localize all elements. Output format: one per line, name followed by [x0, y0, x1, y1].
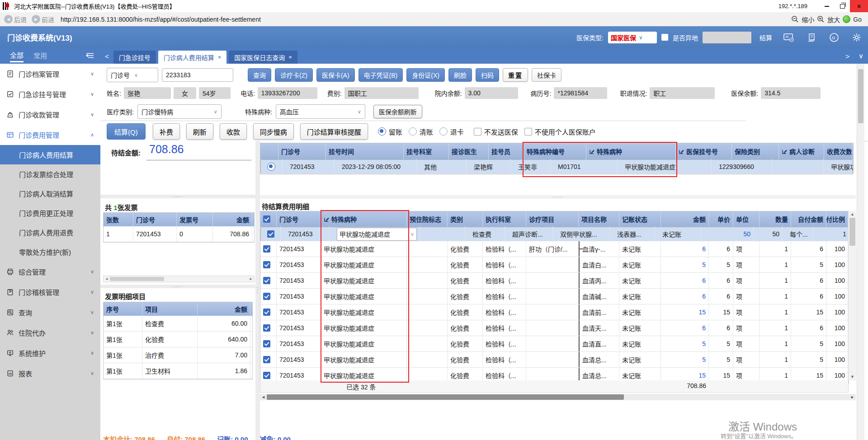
- table-row[interactable]: 7201453甲状腺功能减退症化验费检验科（...血清前...未记账1515项1…: [260, 304, 849, 320]
- column-header[interactable]: [260, 211, 277, 227]
- table-row[interactable]: 7201453甲状腺功能减退症∨检查费超声诊断...双侧甲状腺...浅表器...…: [260, 227, 849, 241]
- radio-icon[interactable]: [439, 127, 448, 136]
- column-header[interactable]: 项目: [142, 302, 198, 316]
- table-row[interactable]: 第1张检查费60.00: [104, 316, 252, 332]
- forward-button[interactable]: 前进: [42, 15, 54, 24]
- table-row[interactable]: 7201453甲状腺功能减退症化验费检验科（...血清天...未记账66项161…: [260, 320, 849, 336]
- column-header[interactable]: 病人诊断: [779, 143, 824, 159]
- checkbox-option-不使用个人医保账户[interactable]: 不使用个人医保账户: [524, 127, 596, 136]
- scrollbar-thumb[interactable]: [267, 394, 624, 400]
- sidebar-subitem[interactable]: 零散处方维护(新): [0, 242, 100, 262]
- table-row[interactable]: 7201453甲状腺功能减退症化验费检验科（...血清碱...未记账66项161…: [260, 289, 849, 304]
- row-checkbox[interactable]: [267, 230, 274, 238]
- row-radio[interactable]: [267, 163, 275, 171]
- row-checkbox[interactable]: [263, 277, 270, 284]
- column-header[interactable]: 诊疗项目: [526, 211, 579, 227]
- go-status-icon[interactable]: [843, 15, 850, 23]
- scroll-left-icon[interactable]: ◄: [104, 277, 110, 281]
- sidebar-item-7[interactable]: 查询∨: [0, 302, 100, 323]
- table-row[interactable]: 7201453甲状腺功能减退症化验费检验科（...血清白...未记账55项151…: [260, 257, 849, 273]
- column-header[interactable]: 自付比例: [826, 211, 848, 227]
- minimize-button[interactable]: [819, 0, 835, 12]
- scrollbar-thumb[interactable]: [858, 69, 863, 123]
- column-header[interactable]: 特殊病种编号: [524, 143, 586, 159]
- column-header[interactable]: 医保挂号号: [676, 143, 732, 159]
- table-row[interactable]: 72014532023-12-29 08:05:00其他梁艳辉王笑非M01701…: [260, 159, 853, 174]
- fee-horizontal-scrollbar[interactable]: ◄ ►: [260, 394, 856, 400]
- column-header[interactable]: 单价: [709, 211, 733, 227]
- row-checkbox[interactable]: [263, 309, 270, 316]
- reset-button[interactable]: 重置: [503, 68, 528, 82]
- tabs-scroll-left-icon[interactable]: <: [100, 52, 113, 60]
- scrollbar-thumb[interactable]: [110, 277, 164, 281]
- sidebar-subitem[interactable]: 门诊发票综合处理: [0, 164, 100, 184]
- table-row[interactable]: 7201453甲状腺功能减退症化验费检验科（...肝功（门诊/...血清γ-..…: [260, 241, 849, 257]
- select-all-checkbox[interactable]: [263, 215, 270, 223]
- card-button[interactable]: 刷脸: [448, 68, 472, 82]
- table-row[interactable]: 172014530708.86: [104, 226, 254, 242]
- column-header[interactable]: 类别: [448, 211, 483, 227]
- column-header[interactable]: 挂号员: [489, 143, 524, 159]
- column-header[interactable]: 挂号时间: [326, 143, 404, 159]
- row-checkbox[interactable]: [263, 261, 270, 268]
- zoom-in-icon[interactable]: [817, 15, 825, 23]
- row-checkbox[interactable]: [263, 324, 270, 332]
- back-button[interactable]: 后退: [14, 15, 27, 24]
- radio-icon[interactable]: [409, 127, 417, 136]
- column-header[interactable]: 项目名称: [579, 211, 619, 227]
- column-header[interactable]: 特殊病种: [321, 211, 407, 227]
- scroll-right-icon[interactable]: ►: [248, 277, 254, 281]
- sidebar-item-4[interactable]: 门诊费用管理∧: [0, 125, 100, 145]
- column-header[interactable]: 接诊医生: [449, 143, 489, 159]
- column-header[interactable]: 金额: [198, 302, 250, 316]
- column-header[interactable]: 执行科室: [483, 211, 526, 227]
- scroll-up-icon[interactable]: ▲: [850, 211, 854, 218]
- settle-button[interactable]: 结算(Q): [107, 123, 146, 140]
- sidebar-subitem[interactable]: 门诊病人费用退费: [0, 223, 100, 242]
- tab-国家医保日志查询[interactable]: 国家医保日志查询×: [229, 51, 297, 64]
- column-header[interactable]: 张数: [104, 213, 133, 226]
- scroll-down-icon[interactable]: ▼: [850, 374, 854, 380]
- column-header[interactable]: 金额: [661, 211, 709, 227]
- special-disease-dropdown[interactable]: 甲状腺功能减退症∨: [337, 228, 417, 241]
- zoom-out-icon[interactable]: [791, 15, 799, 23]
- radio-icon[interactable]: [378, 127, 386, 136]
- zoom-in-label[interactable]: 放大: [827, 15, 840, 24]
- sidebar-item-10[interactable]: 报表∨: [0, 363, 100, 384]
- row-checkbox[interactable]: [263, 340, 270, 347]
- tab-门诊病人费用结算[interactable]: 门诊病人费用结算×: [158, 51, 227, 64]
- close-tab-icon[interactable]: ×: [218, 54, 222, 61]
- column-header[interactable]: 金额: [213, 213, 252, 226]
- restore-button[interactable]: [835, 0, 850, 12]
- action-button[interactable]: 门诊结算审核提醒: [300, 123, 368, 140]
- sidebar-subitem[interactable]: 门诊病人取消结算: [0, 184, 100, 203]
- sidebar-item-1[interactable]: 门诊档案管理∨: [0, 64, 100, 84]
- column-header[interactable]: 序号: [104, 302, 142, 316]
- table-row[interactable]: 第1张卫生材料1.86: [104, 363, 252, 379]
- forward-icon[interactable]: ►: [32, 15, 40, 23]
- table-row[interactable]: 第1张治疗费7.00: [104, 347, 252, 363]
- vertical-splitter[interactable]: ∙∙∙: [255, 141, 260, 440]
- refresh-insurance-balance-button[interactable]: 医保余额刷新: [373, 105, 422, 118]
- row-checkbox[interactable]: [263, 293, 270, 300]
- si-service-icon[interactable]: SI: [828, 32, 840, 43]
- column-header[interactable]: 门诊号: [277, 211, 321, 227]
- table-row[interactable]: 第1张化验费640.00: [104, 332, 252, 347]
- row-checkbox[interactable]: [263, 372, 270, 379]
- radio-option-退卡[interactable]: 退卡: [439, 127, 464, 136]
- sidebar-subitem[interactable]: 门诊费用更正处理: [0, 203, 100, 223]
- card-button[interactable]: 诊疗卡(Z): [275, 68, 313, 82]
- checkbox-icon[interactable]: [524, 128, 532, 136]
- row-checkbox[interactable]: [263, 245, 270, 253]
- special-disease-select[interactable]: 高血压 ∨: [276, 104, 365, 119]
- checkbox-option-不发送医保[interactable]: 不发送医保: [474, 127, 518, 136]
- column-header[interactable]: 预住院标志: [407, 211, 448, 227]
- search-field-select[interactable]: 门诊号 ∨: [107, 68, 158, 82]
- column-header[interactable]: 挂号科室: [404, 143, 449, 159]
- insurance-type-select[interactable]: 国家医保 ∨: [608, 32, 657, 43]
- card-button[interactable]: 身份证(X): [406, 68, 445, 82]
- back-icon[interactable]: ◄: [4, 15, 13, 23]
- column-header[interactable]: 单位: [733, 211, 760, 227]
- tabs-scroll-right-icon[interactable]: >: [841, 52, 854, 60]
- sidebar-item-8[interactable]: 住院代办∨: [0, 323, 100, 343]
